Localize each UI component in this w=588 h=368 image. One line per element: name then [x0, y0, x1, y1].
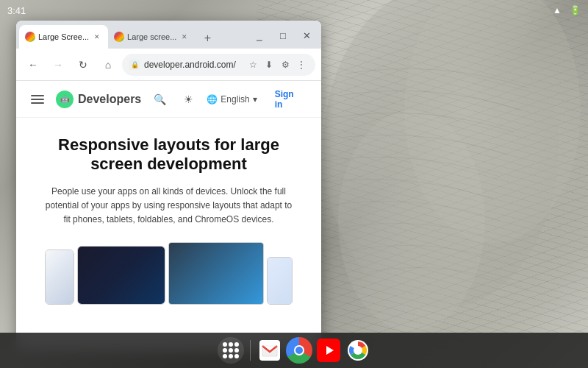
chromeos-statusbar: 3:41 ▲ 🔋: [0, 0, 588, 21]
browser-window: Large Scree... ✕ Large scree... ✕ + ⎯ □ …: [16, 21, 321, 352]
device-mockups: [31, 238, 306, 305]
hero-description: People use your apps on all kinds of dev…: [44, 185, 294, 227]
tab-1[interactable]: Large Scree... ✕: [19, 25, 108, 49]
launcher-dot-4: [223, 348, 227, 353]
chevron-down-icon: ▾: [253, 94, 257, 105]
menu-button[interactable]: [28, 92, 47, 107]
search-button[interactable]: 🔍: [150, 88, 170, 110]
site-logo: 🤖 Developers: [56, 91, 141, 108]
language-selector[interactable]: 🌐 English ▾: [207, 94, 257, 105]
reload-button[interactable]: ↻: [72, 54, 94, 76]
home-button[interactable]: ⌂: [97, 54, 119, 76]
hero-section: Responsive layouts for large screen deve…: [16, 118, 321, 316]
launcher-dot-3: [234, 342, 239, 347]
system-time: 3:41: [7, 5, 26, 16]
gmail-svg: [259, 340, 280, 361]
theme-toggle[interactable]: ☀: [179, 88, 198, 110]
launcher-button[interactable]: [218, 337, 244, 364]
chrome-inner-circle: [295, 347, 303, 354]
language-label: English: [220, 94, 249, 105]
window-controls: ⎯ □ ✕: [249, 25, 318, 49]
url-text: developer.android.com/: [144, 60, 242, 70]
page-content: 🤖 Developers 🔍 ☀ 🌐 English ▾ Sign in Res…: [16, 81, 321, 352]
launcher-dot-9: [234, 354, 239, 358]
hamburger-line-3: [31, 102, 44, 104]
phone-mockup-small: [45, 250, 74, 305]
launcher-dot-5: [229, 348, 233, 353]
close-button[interactable]: ✕: [296, 25, 317, 46]
hamburger-line-2: [31, 99, 44, 100]
tab-1-favicon: [25, 32, 35, 42]
forward-button[interactable]: →: [47, 54, 69, 76]
launcher-dot-1: [223, 342, 227, 347]
tab-2-close[interactable]: ✕: [179, 32, 190, 42]
photos-svg: [346, 339, 370, 362]
bookmark-icon[interactable]: ☆: [246, 58, 259, 71]
svg-point-8: [354, 346, 362, 355]
topbar-right: ▲ 🔋: [551, 4, 581, 16]
more-button[interactable]: ⋮: [295, 58, 308, 71]
back-button[interactable]: ←: [22, 54, 44, 76]
topbar-left: 3:41: [7, 5, 26, 16]
tab-2[interactable]: Large scree... ✕: [108, 25, 196, 49]
hero-title: Responsive layouts for large screen deve…: [31, 135, 306, 174]
site-logo-text: Developers: [78, 93, 141, 106]
tablet-mockup: [77, 246, 165, 305]
chrome-settings-icon[interactable]: ⚙: [279, 58, 292, 71]
svg-point-2: [338, 110, 485, 331]
launcher-dot-2: [229, 342, 233, 347]
desktop: 3:41 ▲ 🔋 Large Scree... ✕ Large scree...…: [0, 0, 588, 368]
laptop-mockup: [168, 242, 264, 305]
globe-icon: 🌐: [207, 94, 218, 105]
youtube-app-icon[interactable]: [315, 337, 342, 364]
new-tab-button[interactable]: +: [197, 28, 218, 49]
gmail-app-icon[interactable]: [257, 337, 283, 364]
android-logo-icon: 🤖: [56, 91, 74, 108]
photos-app-icon[interactable]: [345, 337, 371, 364]
tab-1-close[interactable]: ✕: [92, 32, 102, 42]
minimize-button[interactable]: ⎯: [249, 25, 270, 46]
tab-2-favicon: [114, 32, 124, 42]
launcher-dot-8: [229, 354, 233, 358]
navigation-bar: ← → ↻ ⌂ 🔒 developer.android.com/ ☆ ⬇ ⚙ ⋮: [16, 49, 321, 81]
site-navigation: 🤖 Developers 🔍 ☀ 🌐 English ▾ Sign in: [16, 81, 321, 118]
sign-in-button[interactable]: Sign in: [266, 85, 309, 114]
shelf: [0, 333, 588, 368]
maximize-button[interactable]: □: [273, 25, 293, 46]
launcher-dot-7: [223, 354, 227, 358]
launcher-dot-6: [234, 348, 239, 353]
youtube-svg: [317, 339, 340, 362]
hamburger-line-1: [31, 95, 44, 96]
address-bar[interactable]: 🔒 developer.android.com/ ☆ ⬇ ⚙ ⋮: [122, 54, 315, 76]
battery-icon: 🔋: [569, 4, 581, 16]
site-security-icon: 🔒: [129, 60, 140, 70]
address-bar-icons: ☆ ⬇ ⚙ ⋮: [246, 58, 308, 71]
download-icon[interactable]: ⬇: [262, 58, 276, 71]
chrome-app-icon[interactable]: [286, 337, 312, 364]
site-nav-right: 🔍 ☀ 🌐 English ▾ Sign in: [150, 85, 309, 114]
phone-mockup: [267, 257, 293, 305]
launcher-dots-icon: [223, 342, 239, 358]
shelf-divider: [250, 340, 251, 361]
tab-bar: Large Scree... ✕ Large scree... ✕ + ⎯ □ …: [16, 21, 321, 49]
chrome-icon-graphic: [286, 337, 312, 364]
tab-2-title: Large scree...: [127, 32, 176, 41]
wifi-icon: ▲: [551, 4, 563, 16]
tab-1-title: Large Scree...: [38, 32, 89, 41]
